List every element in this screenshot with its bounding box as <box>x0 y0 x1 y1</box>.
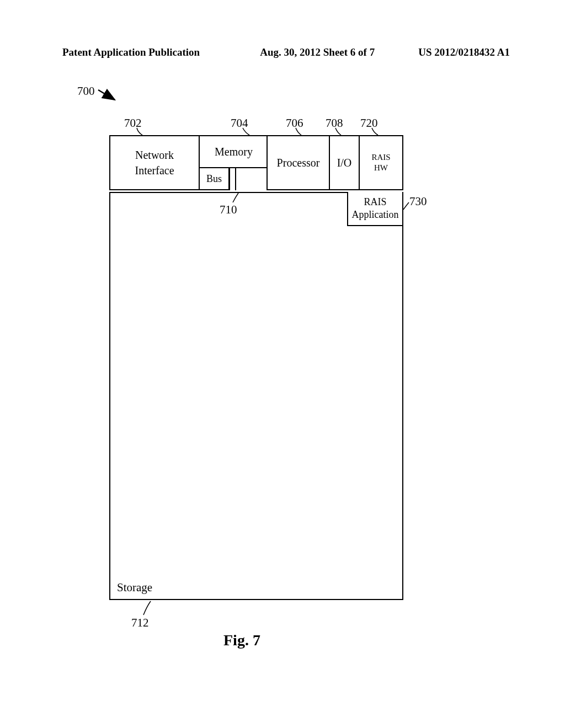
block-processor: Processor <box>266 135 330 190</box>
block-network-interface: Network Interface <box>109 135 200 190</box>
block-bus: Bus <box>199 167 230 190</box>
ref-label-708: 708 <box>326 116 343 130</box>
ref-label-712: 712 <box>131 616 149 630</box>
ref-label-720: 720 <box>360 116 378 130</box>
ref-label-700: 700 <box>77 84 95 98</box>
block-label: Processor <box>277 157 320 169</box>
figure-caption: Fig. 7 <box>223 631 260 649</box>
ref-label-706: 706 <box>286 116 303 130</box>
block-io: I/O <box>329 135 360 190</box>
block-label: RAIS HW <box>371 152 390 174</box>
storage-box <box>109 192 403 600</box>
block-label: I/O <box>337 157 352 169</box>
ref-label-702: 702 <box>124 116 142 130</box>
block-label: RAIS Application <box>352 196 399 222</box>
block-label: Memory <box>215 146 253 158</box>
svg-line-1 <box>98 90 115 100</box>
block-memory: Memory <box>199 135 268 168</box>
header-patent-number: US 2012/0218432 A1 <box>418 46 510 58</box>
block-rais-hw: RAIS HW <box>359 135 403 190</box>
header-date-sheet: Aug. 30, 2012 Sheet 6 of 7 <box>260 46 375 58</box>
storage-label: Storage <box>117 581 152 595</box>
header-publication: Patent Application Publication <box>62 46 200 58</box>
block-label: Network Interface <box>135 147 174 178</box>
block-label: Bus <box>206 173 222 185</box>
bus-divider-2 <box>235 167 236 190</box>
page-header: Patent Application Publication Aug. 30, … <box>62 46 510 58</box>
figure-diagram: 700 702 704 706 708 720 730 710 712 Netw… <box>72 80 491 659</box>
ref-label-730: 730 <box>409 195 427 208</box>
ref-label-704: 704 <box>231 116 248 130</box>
bus-divider-1 <box>229 167 230 190</box>
block-rais-application: RAIS Application <box>347 192 403 226</box>
